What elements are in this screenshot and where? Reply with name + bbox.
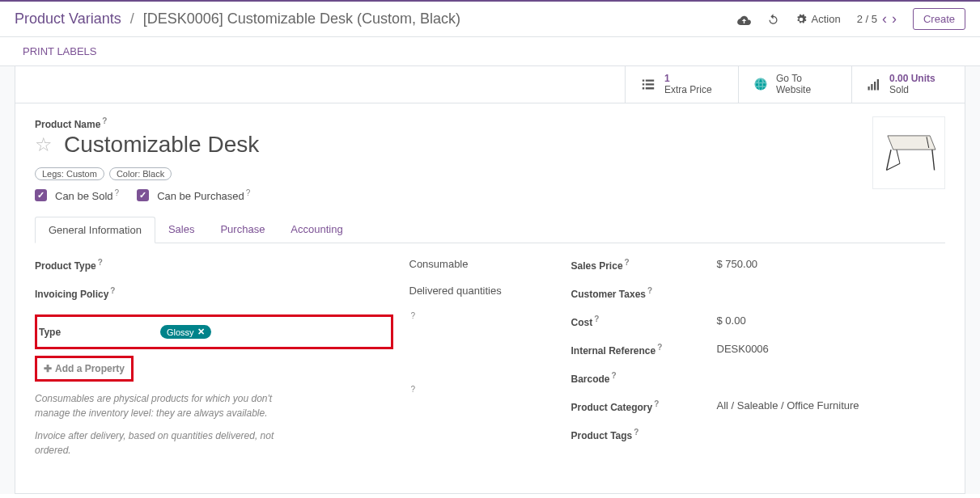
internal-reference-label: Internal Reference? [571, 343, 717, 357]
cost-value[interactable]: $ 0.00 [717, 314, 930, 327]
type-highlight-box: Type Glossy ✕ [35, 314, 393, 349]
can-be-sold-checkbox[interactable] [35, 189, 47, 201]
product-type-value: Consumable [409, 258, 555, 270]
stat-sold-label: Sold [889, 84, 935, 95]
product-type-label: Product Type? [35, 258, 180, 272]
breadcrumb-root[interactable]: Product Variants [15, 11, 121, 27]
internal-reference-value[interactable]: DESK0006 [717, 343, 930, 355]
pager-text: 2 / 5 [857, 13, 877, 25]
discard-icon[interactable] [767, 13, 779, 25]
stat-sold[interactable]: 0.00 Units Sold [851, 66, 965, 103]
pager: 2 / 5 ‹ › [857, 11, 897, 27]
pager-prev-icon[interactable]: ‹ [882, 11, 887, 27]
tag-remove-icon[interactable]: ✕ [197, 327, 205, 337]
create-button[interactable]: Create [913, 8, 965, 30]
globe-icon [753, 77, 768, 91]
help-text-invoice: Invoice after delivery, based on quantit… [35, 428, 302, 458]
product-tags-label: Product Tags? [571, 428, 717, 441]
can-be-sold-label: Can be Sold? [55, 188, 119, 202]
help-icon[interactable]: ? [411, 385, 416, 394]
type-tag-text: Glossy [167, 327, 194, 337]
plus-icon: ✚ [44, 363, 52, 374]
svg-line-6 [887, 164, 901, 171]
product-category-value[interactable]: All / Saleable / Office Furniture [717, 399, 930, 411]
help-text-consumable: Consumables are physical products for wh… [35, 391, 302, 420]
svg-line-2 [887, 150, 892, 170]
form-sheet: 1 Extra Price Go To Website 0.00 Units [15, 66, 965, 494]
sales-price-label: Sales Price? [571, 258, 717, 272]
header-bar: Product Variants / [DESK0006] Customizab… [0, 2, 980, 37]
stat-extra-price-label: Extra Price [664, 84, 712, 95]
product-title[interactable]: Customizable Desk [64, 132, 259, 158]
tab-purchase[interactable]: Purchase [207, 217, 278, 243]
print-labels-button[interactable]: PRINT LABELS [23, 45, 97, 57]
tab-accounting[interactable]: Accounting [278, 217, 355, 243]
add-property-button[interactable]: ✚ Add a Property [44, 363, 125, 374]
action-button[interactable]: Action [795, 13, 841, 25]
action-label: Action [812, 13, 841, 25]
favorite-star-icon[interactable]: ☆ [35, 133, 53, 156]
bars-icon [867, 78, 881, 91]
stat-sold-value: 0.00 Units [889, 73, 935, 84]
add-property-label: Add a Property [55, 363, 125, 374]
product-image[interactable] [872, 116, 945, 189]
barcode-label: Barcode? [571, 371, 717, 385]
cloud-upload-icon[interactable] [737, 14, 751, 25]
customer-taxes-label: Customer Taxes? [571, 286, 717, 300]
invoicing-policy-label: Invoicing Policy? [35, 286, 180, 300]
svg-line-4 [897, 150, 900, 163]
tab-sales[interactable]: Sales [155, 217, 208, 243]
stat-extra-price[interactable]: 1 Extra Price [625, 66, 738, 103]
sub-header: PRINT LABELS [0, 37, 980, 66]
stat-website[interactable]: Go To Website [738, 66, 851, 103]
add-property-highlight-box: ✚ Add a Property [35, 356, 134, 382]
help-icon[interactable]: ? [411, 311, 416, 320]
variant-pill-legs: Legs: Custom [35, 167, 104, 180]
breadcrumb-current: [DESK0006] Customizable Desk (Custom, Bl… [143, 11, 460, 27]
variant-pill-color: Color: Black [109, 167, 172, 180]
gear-icon [795, 14, 807, 25]
tabs: General Information Sales Purchase Accou… [35, 217, 945, 243]
breadcrumb: Product Variants / [DESK0006] Customizab… [15, 11, 737, 27]
stat-buttons-row: 1 Extra Price Go To Website 0.00 Units [15, 66, 965, 103]
product-category-label: Product Category? [571, 399, 717, 413]
tab-general-information[interactable]: General Information [35, 217, 155, 243]
stat-website-line2: Website [776, 84, 811, 95]
type-tag-glossy[interactable]: Glossy ✕ [160, 325, 211, 339]
cost-label: Cost? [571, 314, 717, 328]
can-be-purchased-checkbox[interactable] [137, 189, 149, 201]
can-be-purchased-label: Can be Purchased? [157, 188, 250, 202]
svg-line-3 [932, 150, 935, 170]
product-name-label: Product Name? [35, 119, 107, 130]
invoicing-policy-value: Delivered quantities [409, 285, 555, 297]
sales-price-value[interactable]: $ 750.00 [717, 258, 930, 270]
list-icon [640, 78, 656, 91]
pager-next-icon[interactable]: › [892, 11, 897, 27]
stat-website-line1: Go To [776, 73, 811, 84]
type-label: Type [39, 327, 160, 338]
stat-extra-price-value: 1 [664, 73, 712, 84]
